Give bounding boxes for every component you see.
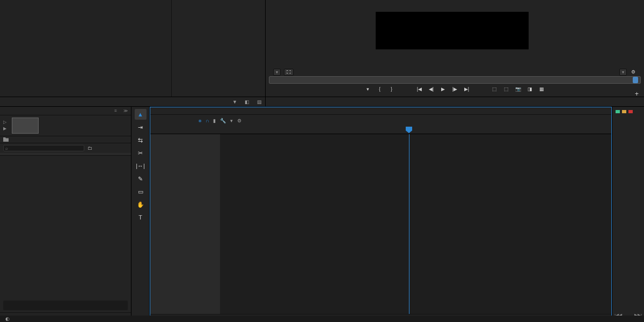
go-end-icon[interactable]: ▶|	[464, 86, 470, 92]
slip-tool-icon[interactable]: |↔|	[135, 160, 147, 171]
go-start-icon[interactable]: |◀	[416, 86, 423, 92]
zoom-select[interactable]: ▾	[619, 69, 627, 76]
bin-list[interactable]	[0, 156, 131, 298]
project-thumbnail[interactable]	[12, 118, 39, 134]
playhead-line[interactable]	[409, 134, 409, 314]
track-select-tool-icon[interactable]: ⇥	[135, 122, 147, 133]
pen-tool-icon[interactable]: ✎	[135, 173, 147, 184]
scrub-head[interactable]	[633, 77, 638, 83]
tracks-area[interactable]	[220, 134, 611, 314]
linked-icon[interactable]: ∩	[206, 118, 209, 123]
new-item-icon[interactable]: ▤	[257, 99, 262, 105]
panel-resize-handle[interactable]	[3, 301, 128, 310]
search-input[interactable]: ⌕	[3, 145, 84, 151]
status-info-icon: ◐	[5, 316, 10, 321]
fit-select[interactable]: ▾	[273, 69, 281, 76]
project-panel: ≡ ≫ ▷ ▶ ⌕ 🗀 ◢ ≣ ■ ▭ ◐	[0, 107, 131, 322]
timeline-settings-icon[interactable]: ⚙	[237, 118, 241, 123]
step-fwd-icon[interactable]: |▶	[452, 86, 458, 92]
rect-tool-icon[interactable]: ▭	[135, 186, 147, 197]
marker-add-icon[interactable]: ▮	[213, 118, 216, 123]
mark-out-icon[interactable]: {	[377, 86, 383, 92]
hand-tool-icon[interactable]: ✋	[135, 199, 147, 210]
program-preview	[376, 12, 529, 49]
time-ruler[interactable]	[220, 127, 611, 134]
play-small-icon[interactable]: ▷	[3, 120, 9, 125]
record-indicator[interactable]	[628, 110, 633, 113]
playhead-handle[interactable]	[406, 127, 412, 133]
solo-indicator[interactable]	[616, 110, 620, 113]
settings-icon[interactable]: ⚙	[630, 69, 636, 75]
type-tool-icon[interactable]: T	[135, 212, 147, 223]
settings-wrench-icon[interactable]: 🔧	[220, 118, 226, 123]
source-meta	[172, 0, 265, 97]
caption-icon[interactable]: ▾	[230, 118, 233, 123]
source-viewer	[0, 0, 172, 97]
play-icon[interactable]: ▶	[440, 86, 447, 92]
timeline-panel: ⎈ ∩ ▮ 🔧 ▾ ⚙ ○ ○	[150, 107, 612, 322]
selection-tool-icon[interactable]: ▲	[135, 109, 147, 120]
new-bin-icon[interactable]: 🗀	[87, 145, 92, 151]
add-button-icon[interactable]: +	[635, 90, 639, 98]
tool-palette: ▲ ⇥ ⇆ ✂ |↔| ✎ ▭ ✋ T	[131, 107, 150, 322]
mark-in-icon[interactable]: ▾	[365, 86, 371, 92]
ripple-edit-tool-icon[interactable]: ⇆	[135, 135, 147, 145]
safe-margins-icon[interactable]: ▦	[539, 86, 545, 92]
mute-indicator[interactable]	[622, 110, 626, 113]
razor-tool-icon[interactable]: ✂	[135, 148, 147, 158]
stop-small-icon[interactable]: ▶	[3, 126, 9, 131]
source-monitor	[0, 0, 266, 97]
export-frame-icon[interactable]: 📷	[515, 86, 522, 92]
tag-icon[interactable]: ◧	[245, 99, 250, 105]
panel-menu-icon[interactable]: ≡	[114, 108, 117, 113]
compare-icon[interactable]: ◨	[527, 86, 533, 92]
step-back-icon[interactable]: ◀|	[428, 86, 435, 92]
mark-clip-icon[interactable]: }	[389, 86, 395, 92]
panel-more-icon[interactable]: ≫	[123, 108, 128, 113]
snap-icon[interactable]: ⎈	[199, 118, 201, 123]
project-folder-icon	[3, 137, 9, 142]
filter-icon[interactable]: ▼	[232, 99, 237, 105]
audio-meters: |◀◀ ▶▶|	[612, 107, 644, 322]
program-monitor: ▾ ⛶ ▾ ⚙ ▾ { } |◀ ◀| ▶ |▶ ▶| ⬚ ⬚ 📷	[266, 0, 644, 97]
program-scrubber[interactable]	[269, 76, 641, 84]
fullscreen-icon[interactable]: ⛶	[284, 69, 294, 76]
search-icon: ⌕	[5, 146, 8, 151]
extract-icon[interactable]: ⬚	[503, 86, 510, 92]
lift-icon[interactable]: ⬚	[492, 86, 498, 92]
